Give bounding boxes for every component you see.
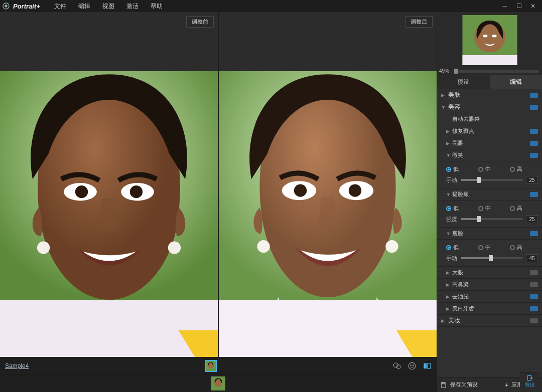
viewer: 调整前 (0, 12, 437, 392)
menu-edit[interactable]: 编辑 (72, 0, 96, 13)
chevron-right-icon: ▶ (446, 141, 450, 146)
zoom-slider[interactable] (454, 70, 539, 73)
group-beauty[interactable]: ▼ 美容 (437, 101, 542, 113)
menu-view[interactable]: 视图 (96, 0, 120, 13)
smile-mid[interactable]: 中 (478, 165, 506, 173)
tab-edit[interactable]: 编辑 (490, 75, 543, 89)
chevron-right-icon: ▶ (441, 318, 445, 323)
cheek-value[interactable]: 25 (526, 215, 538, 223)
slim-high[interactable]: 高 (510, 244, 538, 251)
chevron-right-icon: ▶ (446, 129, 450, 134)
filmstrip-thumb[interactable] (211, 376, 225, 390)
svg-point-26 (413, 364, 414, 365)
cheek-slider[interactable] (461, 218, 523, 220)
toggle-teeth[interactable] (530, 306, 538, 311)
side-panel: 49% 预设 编辑 ▶ 美肤 ▼ 美容 自动去眼袋 (437, 12, 542, 392)
svg-point-15 (385, 240, 398, 253)
sub-slim-body: 低 中 高 手动 45 (437, 240, 542, 267)
compare-icon[interactable] (423, 361, 432, 370)
sub-smile-body: 低 中 高 手动 25 (437, 161, 542, 188)
svg-point-5 (37, 241, 50, 254)
sub-teeth[interactable]: ▶ 美白牙齿 (437, 303, 542, 315)
pane-after: 调整后 (218, 12, 437, 357)
view-tools (392, 361, 432, 370)
panel-tabs: 预设 编辑 (437, 75, 542, 89)
menubar: 文件 编辑 视图 激活 帮助 (48, 0, 169, 13)
title-bar: Portrait+ 文件 编辑 视图 激活 帮助 ─ ☐ ✕ (0, 0, 542, 12)
svg-point-9 (75, 185, 88, 198)
slim-slider[interactable] (461, 257, 523, 259)
svg-point-1 (5, 5, 7, 7)
save-preset-button[interactable]: 保存为预设 (450, 381, 478, 388)
plus-icon: + (505, 382, 508, 388)
chevron-right-icon: ▶ (446, 282, 450, 287)
smile-high[interactable]: 高 (510, 165, 538, 173)
menu-activate[interactable]: 激活 (120, 0, 145, 13)
smile-icon[interactable] (408, 361, 417, 370)
sub-cheek[interactable]: ▼ 提脸颊 (437, 188, 542, 201)
slim-mid[interactable]: 中 (478, 244, 506, 251)
app-title: Portrait+ (13, 3, 40, 10)
smile-value[interactable]: 25 (526, 176, 538, 184)
chevron-right-icon: ▶ (441, 93, 445, 98)
window-controls: ─ ☐ ✕ (498, 1, 540, 11)
toggle-bigeye[interactable] (530, 270, 538, 275)
sub-eyebag[interactable]: 自动去眼袋 (437, 113, 542, 125)
image-after (219, 71, 437, 357)
chevron-down-icon: ▼ (441, 105, 445, 110)
menu-help[interactable]: 帮助 (145, 0, 169, 13)
cheek-low[interactable]: 低 (446, 205, 474, 212)
face-select-thumb[interactable] (205, 360, 217, 372)
menu-file[interactable]: 文件 (48, 0, 72, 13)
svg-point-24 (409, 362, 416, 369)
toggle-cheek[interactable] (530, 192, 538, 197)
min-button[interactable]: ─ (498, 1, 512, 11)
svg-rect-28 (428, 363, 431, 368)
group-skin[interactable]: ▶ 美肤 (437, 89, 542, 101)
chevron-right-icon: ▶ (446, 294, 450, 299)
toggle-nose[interactable] (530, 282, 538, 287)
close-button[interactable]: ✕ (526, 1, 540, 11)
slim-value[interactable]: 45 (526, 254, 538, 262)
toggle-deoil[interactable] (530, 294, 538, 299)
sub-deoil[interactable]: ▶ 去油光 (437, 291, 542, 303)
svg-rect-36 (443, 382, 445, 383)
zoom-percent: 49% (439, 68, 449, 74)
smile-low[interactable]: 低 (446, 165, 474, 173)
app-window: Portrait+ 文件 编辑 视图 激活 帮助 ─ ☐ ✕ 调整前 (0, 0, 542, 392)
svg-rect-27 (424, 363, 427, 368)
sub-bigeye[interactable]: ▶ 大眼 (437, 267, 542, 279)
svg-rect-32 (462, 55, 517, 65)
sub-smile[interactable]: ▼ 微笑 (437, 149, 542, 161)
cheek-high[interactable]: 高 (510, 205, 538, 212)
export-button[interactable]: 导出 (520, 372, 540, 390)
max-button[interactable]: ☐ (512, 1, 526, 11)
slim-low[interactable]: 低 (446, 244, 474, 251)
tab-presets[interactable]: 预设 (437, 75, 490, 89)
toggle-eyes[interactable] (530, 141, 538, 146)
toggle-skin[interactable] (530, 93, 538, 98)
toggle-slim[interactable] (530, 231, 538, 236)
label-before: 调整前 (186, 16, 214, 28)
toggle-smile[interactable] (530, 153, 538, 158)
label-after: 调整后 (405, 16, 433, 28)
smile-slider[interactable] (461, 179, 523, 181)
sub-spots[interactable]: ▶ 修复斑点 (437, 125, 542, 137)
svg-point-34 (483, 35, 487, 37)
sub-eyes[interactable]: ▶ 亮眼 (437, 137, 542, 149)
face-detect-icon[interactable] (392, 361, 401, 370)
compare-view: 调整前 (0, 12, 437, 357)
sub-nose[interactable]: ▶ 高鼻梁 (437, 279, 542, 291)
cheek-mid[interactable]: 中 (478, 205, 506, 212)
toggle-makeup[interactable] (530, 318, 538, 323)
toggle-beauty[interactable] (530, 105, 538, 110)
group-makeup[interactable]: ▶ 美妆 (437, 315, 542, 327)
sub-cheek-body: 低 中 高 强度 25 (437, 201, 542, 228)
svg-point-18 (294, 184, 307, 197)
sub-slim[interactable]: ▼ 瘦脸 (437, 228, 542, 240)
app-logo-icon (2, 2, 10, 10)
filename-link[interactable]: Sample4 (5, 362, 29, 369)
panel-body[interactable]: ▶ 美肤 ▼ 美容 自动去眼袋 ▶ 修复斑点 (437, 89, 542, 377)
toggle-spots[interactable] (530, 129, 538, 134)
svg-point-35 (492, 35, 496, 37)
